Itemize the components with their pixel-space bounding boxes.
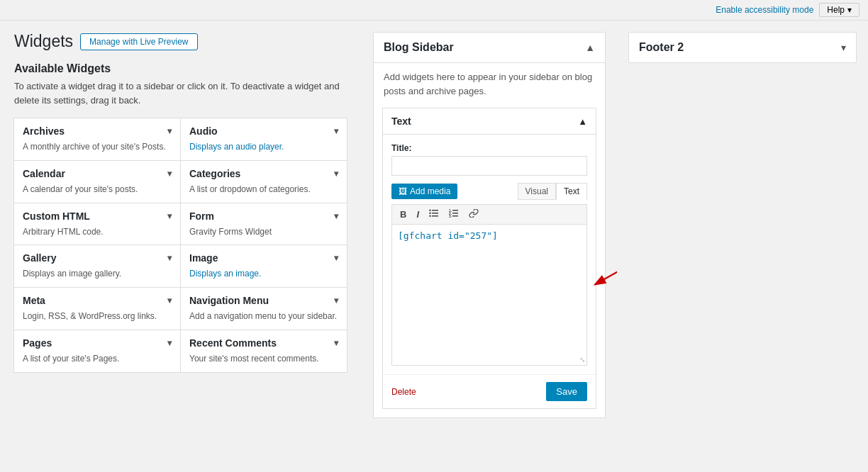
page-title: Widgets [14, 32, 73, 51]
widget-chevron-icon: ▾ [167, 211, 172, 221]
accessibility-link[interactable]: Enable accessibility mode [716, 5, 813, 15]
widget-item[interactable]: Form ▾ Gravity Forms Widget [180, 203, 347, 246]
text-editor-area[interactable]: [gfchart id="257"] ⤡ [391, 224, 587, 366]
add-media-button[interactable]: 🖼 Add media [391, 184, 457, 199]
widget-item[interactable]: Custom HTML ▾ Arbitrary HTML code. [13, 203, 181, 246]
widget-name: Meta [23, 295, 45, 306]
widget-header: Navigation Menu ▾ [189, 295, 338, 306]
svg-rect-2 [432, 215, 438, 217]
annotation-arrow [579, 253, 617, 296]
widget-desc: Displays an audio player. [189, 141, 338, 153]
widget-item[interactable]: Recent Comments ▾ Your site's most recen… [180, 330, 347, 373]
link-button[interactable] [465, 208, 482, 221]
widget-header: Meta ▾ [23, 295, 172, 306]
visual-tab[interactable]: Visual [518, 183, 556, 200]
svg-line-13 [599, 259, 618, 283]
widget-chevron-icon: ▾ [334, 169, 338, 179]
text-widget: Text ▲ Title: 🖼 Add media Visual Text [382, 108, 596, 409]
widget-chevron-icon: ▾ [167, 296, 172, 305]
widget-name: Image [189, 252, 218, 264]
available-widgets-desc: To activate a widget drag it to a sideba… [14, 79, 347, 107]
widget-header: Gallery ▾ [23, 252, 172, 264]
svg-rect-7 [452, 213, 458, 214]
blog-sidebar-title: Blog Sidebar [384, 41, 454, 54]
widget-chevron-icon: ▾ [334, 211, 338, 221]
save-button[interactable]: Save [546, 382, 587, 401]
widget-footer: Delete Save [383, 374, 596, 408]
view-tabs: Visual Text [518, 183, 587, 200]
widget-name: Archives [23, 125, 65, 137]
widget-item[interactable]: Navigation Menu ▾ Add a navigation menu … [180, 287, 347, 330]
svg-rect-8 [452, 215, 458, 217]
format-toolbar: B I [391, 204, 587, 224]
widget-header: Categories ▾ [189, 168, 338, 179]
main-layout: Widgets Manage with Live Preview Availab… [0, 21, 868, 472]
widget-name: Calendar [23, 168, 65, 179]
help-button[interactable]: Help ▾ [819, 3, 859, 17]
widget-item[interactable]: Pages ▾ A list of your site's Pages. [13, 330, 181, 373]
widget-name: Form [189, 210, 214, 222]
widget-name: Pages [23, 337, 52, 349]
blog-sidebar-box: Blog Sidebar ▲ Add widgets here to appea… [373, 32, 606, 418]
widget-item[interactable]: Audio ▾ Displays an audio player. [180, 118, 347, 161]
ordered-list-button[interactable]: 1. 2. 3. [445, 208, 462, 221]
widget-desc: Displays an image. [189, 268, 338, 280]
svg-point-5 [429, 215, 430, 217]
page-title-row: Widgets Manage with Live Preview [14, 32, 347, 51]
blog-sidebar-collapse-button[interactable]: ▲ [585, 42, 595, 53]
widget-desc: Your site's most recent comments. [189, 353, 338, 365]
widget-header: Archives ▾ [23, 125, 172, 137]
svg-rect-1 [432, 213, 438, 214]
widget-desc: Displays an image gallery. [23, 268, 172, 280]
text-widget-header[interactable]: Text ▲ [383, 108, 596, 135]
widget-header: Custom HTML ▾ [23, 210, 172, 222]
widget-desc: Gravity Forms Widget [189, 226, 338, 238]
left-panel: Widgets Manage with Live Preview Availab… [0, 21, 362, 472]
delete-link[interactable]: Delete [391, 387, 416, 397]
widget-header: Calendar ▾ [23, 168, 172, 179]
svg-point-4 [429, 213, 430, 214]
text-widget-collapse-icon: ▲ [578, 116, 587, 127]
widget-desc: A list or dropdown of categories. [189, 184, 338, 196]
bold-button[interactable]: B [396, 208, 410, 221]
widget-header: Recent Comments ▾ [189, 337, 338, 349]
widget-item[interactable]: Calendar ▾ A calendar of your site's pos… [13, 160, 181, 203]
text-widget-title: Text [391, 116, 411, 127]
help-label: Help [827, 5, 845, 15]
italic-button[interactable]: I [413, 208, 423, 221]
unordered-list-button[interactable] [425, 208, 443, 221]
svg-point-3 [429, 210, 430, 211]
widget-desc: Arbitrary HTML code. [23, 226, 172, 238]
text-tab[interactable]: Text [556, 183, 587, 200]
blog-sidebar-description: Add widgets here to appear in your sideb… [374, 63, 605, 108]
add-media-icon: 🖼 [399, 186, 407, 196]
live-preview-button[interactable]: Manage with Live Preview [80, 33, 197, 50]
widget-chevron-icon: ▾ [334, 253, 338, 263]
footer2-chevron-icon[interactable]: ▾ [841, 42, 846, 53]
editor-content: [gfchart id="257"] [398, 230, 498, 241]
resize-handle[interactable]: ⤡ [579, 356, 585, 364]
widget-chevron-icon: ▾ [167, 169, 172, 179]
widget-desc: A calendar of your site's posts. [23, 184, 172, 196]
svg-rect-6 [452, 210, 458, 211]
available-widgets-title: Available Widgets [14, 62, 347, 75]
widget-item[interactable]: Gallery ▾ Displays an image gallery. [13, 245, 181, 288]
widget-desc: Login, RSS, & WordPress.org links. [23, 310, 172, 322]
title-input[interactable] [391, 156, 587, 176]
media-toolbar: 🖼 Add media Visual Text [391, 183, 587, 200]
widget-chevron-icon: ▾ [334, 126, 338, 136]
widget-item[interactable]: Image ▾ Displays an image. [180, 245, 347, 288]
widget-name: Navigation Menu [189, 295, 269, 306]
widget-chevron-icon: ▾ [167, 338, 172, 348]
widget-header: Image ▾ [189, 252, 338, 264]
blog-sidebar-header: Blog Sidebar ▲ [374, 33, 605, 63]
footer2-box: Footer 2 ▾ [628, 32, 857, 63]
text-widget-body: Title: 🖼 Add media Visual Text B [383, 135, 596, 374]
widget-item[interactable]: Meta ▾ Login, RSS, & WordPress.org links… [13, 287, 181, 330]
widgets-grid: Archives ▾ A monthly archive of your sit… [14, 118, 347, 373]
widget-item[interactable]: Categories ▾ A list or dropdown of categ… [180, 160, 347, 203]
widget-name: Gallery [23, 252, 56, 264]
svg-rect-0 [432, 210, 438, 211]
add-media-label: Add media [410, 186, 450, 196]
widget-item[interactable]: Archives ▾ A monthly archive of your sit… [13, 118, 181, 161]
